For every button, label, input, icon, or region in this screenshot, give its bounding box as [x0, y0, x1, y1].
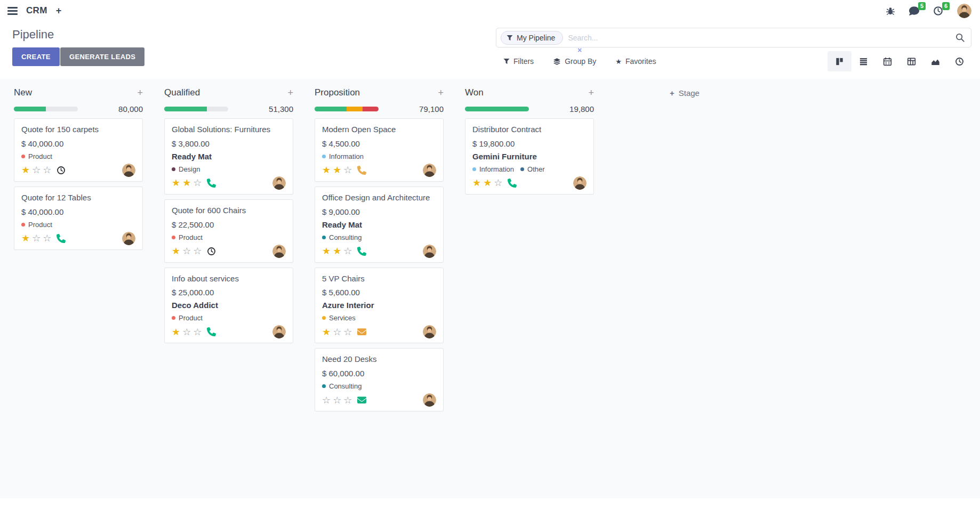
priority-star[interactable]: ★: [483, 178, 492, 188]
column-title[interactable]: Won: [465, 87, 484, 98]
view-pivot-button[interactable]: [899, 51, 923, 71]
salesperson-avatar[interactable]: [423, 325, 436, 338]
add-card-icon[interactable]: +: [588, 88, 594, 98]
search-bar[interactable]: My Pipeline ×: [496, 28, 971, 47]
column-progressbar[interactable]: [14, 107, 78, 111]
add-stage-button[interactable]: + Stage: [670, 88, 700, 98]
favorites-button[interactable]: ★ Favorites: [615, 57, 656, 66]
progress-segment[interactable]: [164, 107, 207, 111]
progress-segment[interactable]: [315, 107, 347, 111]
envelope-activity-icon[interactable]: [357, 327, 366, 336]
salesperson-avatar[interactable]: [272, 325, 286, 338]
opportunity-card[interactable]: Global Solutions: Furnitures $ 3,800.00 …: [164, 118, 293, 195]
salesperson-avatar[interactable]: [423, 393, 436, 407]
activities-clock-icon[interactable]: 6: [933, 6, 943, 16]
priority-star[interactable]: ☆: [182, 327, 191, 337]
phone-activity-icon[interactable]: [357, 247, 366, 256]
column-title[interactable]: Proposition: [315, 87, 360, 98]
view-list-button[interactable]: [852, 51, 875, 71]
filter-facet-my-pipeline[interactable]: My Pipeline: [501, 31, 563, 45]
debug-bug-icon[interactable]: [886, 6, 895, 15]
salesperson-avatar[interactable]: [272, 176, 286, 190]
salesperson-avatar[interactable]: [423, 164, 436, 177]
opportunity-card[interactable]: Distributor Contract $ 19,800.00 Gemini …: [465, 118, 594, 195]
priority-star[interactable]: ★: [322, 165, 331, 175]
priority-star[interactable]: ☆: [43, 233, 51, 243]
priority-star[interactable]: ☆: [193, 178, 202, 188]
opportunity-card[interactable]: Quote for 600 Chairs $ 22,500.00 Product…: [164, 199, 293, 263]
group-by-button[interactable]: Group By: [553, 57, 596, 66]
create-button[interactable]: CREATE: [12, 47, 60, 66]
add-card-icon[interactable]: +: [287, 88, 293, 98]
priority-star[interactable]: ★: [172, 246, 180, 256]
clock-activity-icon[interactable]: [57, 166, 66, 175]
column-progressbar[interactable]: [465, 107, 529, 111]
priority-star[interactable]: ☆: [333, 327, 341, 337]
add-card-icon[interactable]: +: [137, 88, 143, 98]
filters-button[interactable]: Filters: [503, 57, 534, 66]
opportunity-card[interactable]: 5 VP Chairs $ 5,600.00 Azure Interior Se…: [315, 268, 444, 344]
priority-star[interactable]: ★: [21, 165, 30, 175]
opportunity-card[interactable]: Modern Open Space $ 4,500.00 Information…: [315, 118, 444, 182]
view-calendar-button[interactable]: [875, 51, 899, 71]
search-icon[interactable]: [955, 33, 965, 42]
priority-star[interactable]: ☆: [43, 165, 51, 175]
phone-activity-icon[interactable]: [207, 327, 216, 336]
remove-facet-icon[interactable]: ×: [577, 46, 582, 54]
priority-star[interactable]: ☆: [193, 327, 202, 337]
progress-segment[interactable]: [465, 107, 529, 111]
progress-segment[interactable]: [363, 107, 379, 111]
phone-activity-icon[interactable]: [207, 179, 216, 188]
apps-menu-icon[interactable]: [7, 7, 18, 15]
priority-star[interactable]: ★: [322, 327, 331, 337]
search-input[interactable]: [568, 34, 955, 42]
priority-star[interactable]: ☆: [182, 246, 191, 256]
view-kanban-button[interactable]: [828, 51, 852, 71]
add-tab-icon[interactable]: +: [56, 6, 62, 15]
priority-star[interactable]: ☆: [343, 395, 352, 405]
phone-activity-icon[interactable]: [357, 166, 366, 175]
priority-star[interactable]: ★: [172, 327, 180, 337]
salesperson-avatar[interactable]: [573, 176, 587, 190]
opportunity-card[interactable]: Quote for 150 carpets $ 40,000.00 Produc…: [14, 118, 143, 182]
priority-star[interactable]: ☆: [322, 395, 331, 405]
opportunity-card[interactable]: Need 20 Desks $ 60,000.00 Consulting ☆ ☆…: [315, 348, 444, 411]
priority-star[interactable]: ☆: [32, 165, 41, 175]
envelope-activity-icon[interactable]: [357, 395, 366, 405]
priority-star[interactable]: ☆: [333, 395, 341, 405]
priority-star[interactable]: ★: [472, 178, 481, 188]
column-progressbar[interactable]: [315, 107, 379, 111]
priority-star[interactable]: ★: [182, 178, 191, 188]
priority-star[interactable]: ☆: [343, 246, 352, 256]
progress-segment[interactable]: [14, 107, 46, 111]
column-title[interactable]: New: [14, 87, 32, 98]
priority-star[interactable]: ☆: [494, 178, 502, 188]
priority-star[interactable]: ☆: [343, 165, 352, 175]
priority-star[interactable]: ☆: [193, 246, 202, 256]
view-graph-button[interactable]: [923, 51, 947, 71]
user-avatar[interactable]: [957, 4, 971, 18]
view-activity-button[interactable]: [947, 51, 971, 71]
add-card-icon[interactable]: +: [438, 88, 444, 98]
clock-activity-icon[interactable]: [207, 247, 216, 256]
priority-star[interactable]: ★: [322, 246, 331, 256]
salesperson-avatar[interactable]: [272, 245, 286, 258]
salesperson-avatar[interactable]: [122, 232, 135, 245]
column-title[interactable]: Qualified: [164, 87, 200, 98]
priority-star[interactable]: ☆: [343, 327, 352, 337]
priority-star[interactable]: ☆: [32, 233, 41, 243]
opportunity-card[interactable]: Info about services $ 25,000.00 Deco Add…: [164, 268, 293, 344]
phone-activity-icon[interactable]: [57, 234, 66, 243]
salesperson-avatar[interactable]: [122, 164, 135, 177]
salesperson-avatar[interactable]: [423, 245, 436, 258]
opportunity-card[interactable]: Office Design and Architecture $ 9,000.0…: [315, 187, 444, 263]
column-progressbar[interactable]: [164, 107, 228, 111]
opportunity-card[interactable]: Quote for 12 Tables $ 40,000.00 Product …: [14, 187, 143, 250]
priority-star[interactable]: ★: [333, 165, 341, 175]
priority-star[interactable]: ★: [21, 233, 30, 243]
generate-leads-button[interactable]: GENERATE LEADS: [60, 47, 145, 66]
app-title[interactable]: CRM: [26, 5, 47, 16]
priority-star[interactable]: ★: [333, 246, 341, 256]
progress-segment[interactable]: [347, 107, 363, 111]
phone-activity-icon[interactable]: [508, 179, 517, 188]
